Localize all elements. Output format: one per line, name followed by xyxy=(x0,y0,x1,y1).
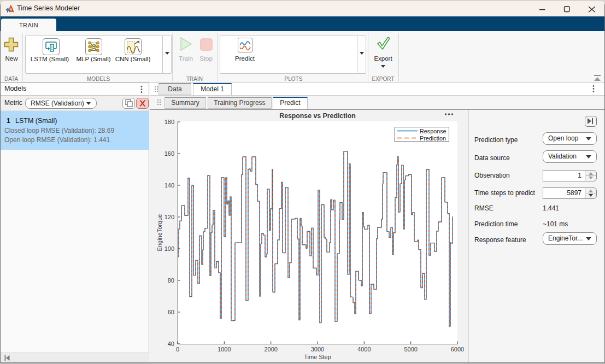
svg-text:140: 140 xyxy=(165,182,174,189)
svg-text:120: 120 xyxy=(165,214,174,220)
svg-text:4000: 4000 xyxy=(357,346,371,353)
svg-text:180: 180 xyxy=(165,119,174,125)
svg-text:Response: Response xyxy=(420,128,447,134)
svg-text:100: 100 xyxy=(165,245,174,252)
svg-text:2000: 2000 xyxy=(264,346,277,353)
svg-text:80: 80 xyxy=(168,277,174,284)
svg-text:6000: 6000 xyxy=(451,346,464,353)
svg-text:1000: 1000 xyxy=(218,346,231,353)
svg-text:Time Step: Time Step xyxy=(304,354,331,360)
svg-text:5000: 5000 xyxy=(404,346,417,353)
svg-text:Prediction: Prediction xyxy=(420,135,446,142)
svg-text:40: 40 xyxy=(168,340,174,347)
svg-text:60: 60 xyxy=(168,309,174,315)
svg-text:3000: 3000 xyxy=(311,346,324,353)
svg-text:160: 160 xyxy=(165,150,174,157)
svg-text:Response vs Prediction: Response vs Prediction xyxy=(279,112,355,120)
svg-text:EngineTorque: EngineTorque xyxy=(156,214,163,251)
svg-text:0: 0 xyxy=(176,346,179,353)
